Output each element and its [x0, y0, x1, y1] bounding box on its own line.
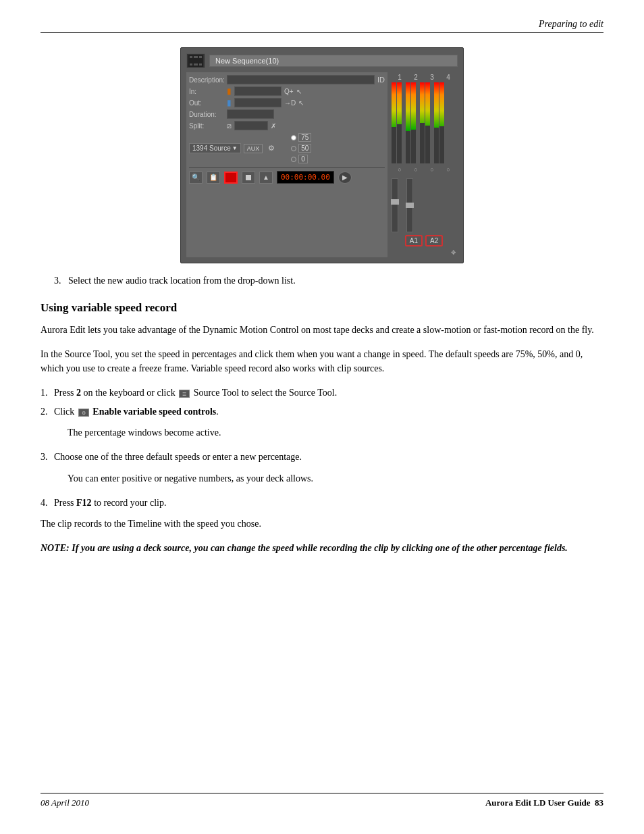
scr-out-label: Out:	[189, 99, 224, 107]
scr-source-row: 1394 Source ▼ AUX ⚙ 75	[189, 133, 385, 163]
footer-product: Aurora Edit LD User Guide	[485, 798, 591, 808]
svg-rect-7	[228, 175, 234, 180]
fader-1[interactable]	[392, 178, 398, 232]
knob-3[interactable]: ○	[430, 166, 433, 173]
radio-0[interactable]: 0	[291, 155, 311, 163]
scr-duration-input[interactable]	[227, 109, 274, 119]
dropdown-arrow: ▼	[232, 145, 238, 151]
footer-date: 08 April 2010	[41, 798, 89, 808]
radio-circle-50	[291, 146, 296, 151]
enable-var-icon: ⚙	[78, 409, 89, 417]
scr-vu-meters	[392, 82, 456, 163]
out-mark-icon: ▮	[227, 98, 232, 107]
in-goto-icon: Q+	[284, 88, 294, 95]
scr-bottom-controls: 🔍 📋 ▲ 00:00:00.00 ▶	[189, 167, 385, 184]
note-label: NOTE: If you are using a deck source, yo…	[41, 543, 568, 553]
footer-right: Aurora Edit LD User Guide 83	[485, 798, 603, 808]
scr-main: Description: ID In: ▮ Q+ ↖ Out:	[186, 72, 458, 257]
step-1: 1. Press 2 on the keyboard or click ☰ So…	[41, 386, 603, 400]
blend-icon: ✥	[392, 249, 456, 256]
meter-pair-4	[434, 82, 444, 163]
track-2: 2	[414, 74, 418, 81]
scr-in-row: In: ▮ Q+ ↖	[189, 86, 385, 96]
svg-rect-3	[199, 56, 202, 58]
f12-key: F12	[76, 498, 92, 508]
svg-rect-6	[199, 63, 202, 66]
svg-rect-8	[246, 175, 251, 180]
knob-4[interactable]: ○	[446, 166, 450, 173]
in-clear-icon: ↖	[296, 88, 302, 95]
radio-circle-75	[291, 135, 296, 140]
out-goto-icon: →D	[284, 99, 296, 107]
radio-val-50: 50	[298, 144, 311, 153]
a2-button[interactable]: A2	[425, 235, 443, 246]
scr-radio-options: 75 50 0	[291, 133, 311, 163]
step3-inner-num: 3.	[41, 450, 48, 465]
scr-aux-button[interactable]: AUX	[244, 144, 263, 153]
svg-rect-2	[194, 56, 198, 58]
svg-rect-5	[194, 63, 198, 66]
scr-duration-label: Duration:	[189, 111, 224, 118]
header-rule	[41, 32, 603, 33]
scr-split-input[interactable]	[234, 121, 268, 130]
radio-75[interactable]: 75	[291, 133, 311, 142]
scr-right-panel: 1 2 3 4	[390, 72, 458, 257]
scr-duration-row: Duration:	[189, 109, 385, 119]
svg-rect-4	[190, 63, 192, 66]
meter-pair-3	[420, 82, 430, 163]
play-btn[interactable]: ▶	[338, 172, 352, 184]
track-1: 1	[398, 74, 402, 81]
eject-btn[interactable]: ▲	[259, 172, 273, 184]
step-2: 2. Click ⚙ Enable variable speed control…	[41, 405, 603, 419]
steps-list: 1. Press 2 on the keyboard or click ☰ So…	[41, 386, 603, 419]
clip-btn[interactable]: 📋	[207, 172, 220, 184]
scr-in-input[interactable]	[234, 86, 281, 96]
enable-var-label: Enable variable speed controls	[92, 407, 216, 417]
steps-list-2: 3. Choose one of the three default speed…	[41, 450, 603, 465]
record-btn[interactable]	[224, 172, 238, 184]
stop-btn[interactable]	[242, 172, 255, 184]
step2-num: 2.	[41, 405, 48, 419]
step-4: 4. Press F12 to record your clip.	[41, 496, 603, 511]
search-btn[interactable]: 🔍	[189, 172, 203, 184]
radio-50[interactable]: 50	[291, 144, 311, 153]
svg-rect-1	[190, 56, 192, 58]
source-tool-icon: ☰	[179, 390, 190, 398]
note-block: NOTE: If you are using a deck source, yo…	[41, 541, 603, 556]
scr-track-numbers: 1 2 3 4	[392, 74, 456, 81]
section-para1: Aurora Edit lets you take advantage of t…	[41, 323, 603, 338]
fader-2[interactable]	[406, 178, 413, 232]
scr-topbar: New Sequence(10)	[186, 53, 458, 68]
split-icon: ⧄	[227, 122, 232, 130]
scr-out-row: Out: ▮ →D ↖	[189, 98, 385, 107]
scr-description-input[interactable]	[227, 75, 375, 84]
step3-content: Select the new audio track location from…	[68, 276, 296, 286]
out-clear-icon: ↖	[298, 99, 304, 107]
fader-pair-1	[392, 178, 398, 232]
fader-pair-2	[406, 178, 413, 232]
a1-button[interactable]: A1	[405, 235, 423, 246]
key-2: 2	[76, 388, 81, 398]
knob-2[interactable]: ○	[414, 166, 417, 173]
conclusion-text: The clip records to the Timeline with th…	[41, 517, 603, 531]
track-4: 4	[446, 74, 450, 81]
footer-page: 83	[595, 798, 603, 808]
step-3-inner: 3. Choose one of the three default speed…	[41, 450, 603, 465]
scr-out-input[interactable]	[234, 98, 281, 107]
main-content: New Sequence(10) Description: ID In: ▮	[41, 47, 603, 556]
meter-pair-1	[392, 82, 402, 163]
settings-icon: ⚙	[268, 144, 275, 153]
scr-timecode: 00:00:00.00	[277, 171, 334, 184]
scr-source-dropdown[interactable]: 1394 Source ▼	[189, 143, 241, 153]
scr-ab-row: A1 A2	[392, 235, 456, 246]
scr-split-row: Split: ⧄ ✗	[189, 121, 385, 130]
film-icon	[186, 53, 205, 68]
scr-description-row: Description: ID	[189, 75, 385, 84]
knob-1[interactable]: ○	[398, 166, 401, 173]
indent-note-2: You can enter positive or negative numbe…	[41, 471, 603, 486]
track-3: 3	[430, 74, 434, 81]
screenshot: New Sequence(10) Description: ID In: ▮	[180, 47, 464, 263]
indent-note-1: The percentage windows become active.	[41, 425, 603, 440]
scr-title: New Sequence(10)	[209, 55, 458, 67]
split-x-icon: ✗	[271, 122, 276, 130]
